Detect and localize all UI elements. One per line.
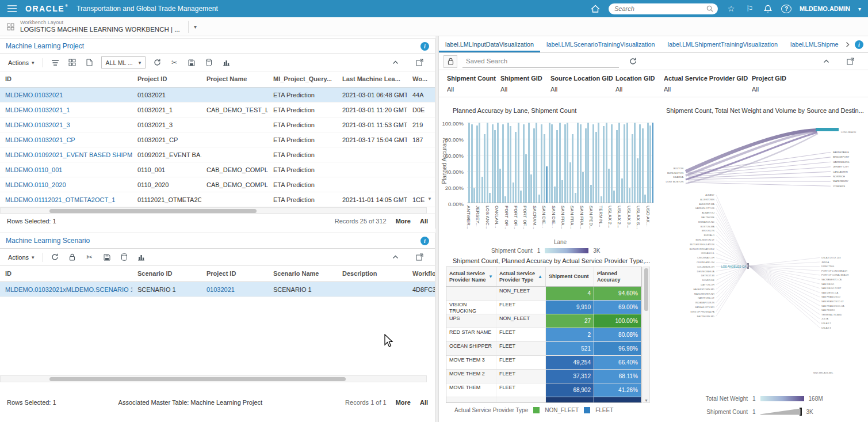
- search-input[interactable]: [613, 5, 706, 13]
- filter-lines-icon[interactable]: [47, 56, 64, 69]
- scrollbar-thumb[interactable]: [644, 268, 648, 311]
- tab-label.LMLScenarioTrainingVisualization[interactable]: label.LMLScenarioTrainingVisualization: [540, 36, 661, 52]
- column-header[interactable]: Shipment Count: [546, 267, 594, 286]
- favorites-icon[interactable]: ☆: [726, 3, 736, 14]
- column-header[interactable]: Scenario ID: [132, 266, 201, 282]
- lock-icon[interactable]: [64, 251, 81, 264]
- row-id-link[interactable]: MLDEMO.01032021_1: [0, 102, 132, 117]
- filter-actual-service-provider-gid[interactable]: Actual Service Provider GIDAll: [664, 75, 752, 97]
- row-id-link[interactable]: MLDEMO.01112021_OTMETA2OCT_1: [0, 192, 132, 207]
- global-search[interactable]: [609, 3, 718, 14]
- column-header[interactable]: ID: [0, 266, 132, 282]
- collapse-icon[interactable]: [817, 55, 835, 68]
- table-row[interactable]: UPSNON_FLEET27100.00%: [446, 314, 641, 328]
- flag-icon[interactable]: ⚐: [744, 3, 755, 14]
- help-icon[interactable]: ?: [781, 5, 791, 13]
- table-row[interactable]: MLDEMO.01032021_CP01032021_CPETA Predict…: [0, 132, 435, 147]
- hamburger-menu-icon[interactable]: [7, 3, 17, 14]
- all-link[interactable]: All: [420, 218, 428, 225]
- column-header[interactable]: Wo...: [407, 71, 435, 87]
- filter-shipment-gid[interactable]: Shipment GIDAll: [500, 75, 550, 97]
- provider-vscrollbar[interactable]: ▼: [643, 267, 650, 403]
- export-icon[interactable]: [116, 251, 133, 264]
- column-header[interactable]: Planned Accuracy: [594, 267, 641, 286]
- refresh-icon[interactable]: [148, 56, 166, 69]
- table-row[interactable]: RED STAR NAMEFLEET280.08%: [446, 328, 641, 342]
- expand-icon[interactable]: [842, 55, 859, 68]
- scenario-hscrollbar[interactable]: [0, 375, 427, 382]
- table-row[interactable]: NON_FLEET494.60%: [446, 287, 641, 301]
- info-icon[interactable]: i: [420, 42, 429, 51]
- row-id-link[interactable]: MLDEMO.01032021_3: [0, 117, 132, 132]
- scrollbar-thumb[interactable]: [49, 209, 257, 213]
- actions-button[interactable]: Actions▾: [3, 254, 39, 261]
- tab-label.LMLShipmentTrainingVisualization[interactable]: label.LMLShipmentTrainingVisualization: [661, 36, 784, 52]
- column-header[interactable]: Last Machine Lea...: [337, 71, 407, 87]
- refresh-icon[interactable]: [624, 55, 641, 68]
- table-row[interactable]: MLDEMO.01112021_OTMETA2OCT_101112021_OTM…: [0, 192, 435, 207]
- table-row[interactable]: MLDEMO.0103202101032021ETA Prediction202…: [0, 88, 435, 102]
- cut-icon[interactable]: ✂: [166, 56, 183, 69]
- table-row[interactable]: MLDEMO.01032021_101032021_1CAB_DEMO_TEST…: [0, 102, 435, 117]
- table-row[interactable]: MLDEMO.0110_20200110_2020CAB_DEMO_COMPLE…: [0, 177, 435, 192]
- row-id-link[interactable]: MLDEMO.0110_2020: [0, 177, 132, 192]
- column-header[interactable]: Scenario Name: [268, 266, 337, 282]
- expand-icon[interactable]: [411, 251, 428, 264]
- info-icon[interactable]: i: [855, 40, 863, 49]
- row-id-link[interactable]: MLDEMO.01032021xMLDEMO.SCENARIO 1: [0, 282, 132, 297]
- column-header[interactable]: MI_Project_Query...: [268, 71, 337, 87]
- grid-view-icon[interactable]: [64, 56, 81, 69]
- table-row[interactable]: [446, 397, 641, 402]
- cut-icon[interactable]: ✂: [81, 251, 98, 264]
- table-row[interactable]: MOVE THEMFLEET68,90241.26%: [446, 383, 641, 397]
- column-header[interactable]: Description: [337, 266, 407, 282]
- more-link[interactable]: More: [396, 218, 411, 225]
- table-row[interactable]: MLDEMO.01032021xMLDEMO.SCENARIO 1SCENARI…: [0, 282, 435, 297]
- row-id-link[interactable]: MLDEMO.0110_001: [0, 162, 132, 177]
- refresh-icon[interactable]: [47, 251, 64, 264]
- home-icon[interactable]: [590, 3, 601, 14]
- column-header[interactable]: Project ID: [201, 266, 268, 282]
- row-id-link[interactable]: MLDEMO.01032021_CP: [0, 132, 132, 147]
- scroll-down-icon[interactable]: ▼: [644, 398, 648, 402]
- tab-label.LMLInputDataVisualization[interactable]: label.LMLInputDataVisualization: [439, 36, 540, 52]
- row-id-link[interactable]: MLDEMO.01092021_EVENT BASED SHIPMENTS: [0, 147, 132, 162]
- table-row[interactable]: MLDEMO.01092021_EVENT BASED SHIPMENTS010…: [0, 147, 435, 162]
- filter-project-gid[interactable]: Project GIDAll: [752, 75, 804, 97]
- lock-icon[interactable]: [443, 55, 457, 68]
- table-row[interactable]: MLDEMO.01032021_301032021_3ETA Predictio…: [0, 117, 435, 132]
- row-id-link[interactable]: 01032021: [201, 282, 268, 297]
- save-icon[interactable]: [98, 251, 116, 264]
- table-row[interactable]: MLDEMO.0110_0010110_001CAB_DEMO_COMPLE..…: [0, 162, 435, 177]
- chart-icon[interactable]: [217, 56, 235, 69]
- column-header[interactable]: Workflow: [407, 266, 435, 282]
- table-row[interactable]: OCEAN SHIPPERFLEET52196.98%: [446, 342, 641, 356]
- saved-search-field[interactable]: Saved Search: [462, 55, 619, 68]
- filter-location-gid[interactable]: Location GIDAll: [615, 75, 664, 97]
- save-icon[interactable]: [183, 56, 200, 69]
- workbench-caret-icon[interactable]: ▾: [188, 21, 202, 33]
- actions-button[interactable]: Actions▾: [3, 59, 39, 66]
- scrollbar-thumb[interactable]: [49, 377, 346, 381]
- user-menu[interactable]: MLDEMO.ADMIN: [800, 5, 850, 12]
- expand-icon[interactable]: [411, 56, 428, 69]
- column-header[interactable]: ID: [0, 71, 132, 87]
- column-header[interactable]: Actual Service Provider Name▼: [446, 267, 496, 286]
- column-header[interactable]: Actual Service Provider Type▲: [496, 267, 546, 286]
- notifications-icon[interactable]: [763, 3, 773, 14]
- collapse-icon[interactable]: [387, 251, 404, 264]
- filter-source-location-gid[interactable]: Source Location GIDAll: [550, 75, 615, 97]
- workbench-layout-select[interactable]: Workbench Layout LOGISTICS MACHINE LEARN…: [20, 20, 182, 33]
- table-row[interactable]: MOVE THEM 3FLEET49,25466.40%: [446, 356, 641, 370]
- collapse-icon[interactable]: [387, 56, 404, 69]
- table-row[interactable]: VISION TRUCKINGFLEET9,91069.00%: [446, 301, 641, 314]
- chart-icon[interactable]: [133, 251, 150, 264]
- view-filter-select[interactable]: ALL ML ...▾: [101, 56, 146, 69]
- export-icon[interactable]: [200, 56, 217, 69]
- filter-shipment-count[interactable]: Shipment CountAll: [447, 75, 500, 97]
- more-link[interactable]: More: [396, 399, 411, 406]
- column-header[interactable]: Project Name: [201, 71, 268, 87]
- row-id-link[interactable]: MLDEMO.01032021: [0, 88, 132, 102]
- all-link[interactable]: All: [420, 399, 428, 406]
- table-row[interactable]: MOVE THEM 2FLEET37,31268.11%: [446, 370, 641, 383]
